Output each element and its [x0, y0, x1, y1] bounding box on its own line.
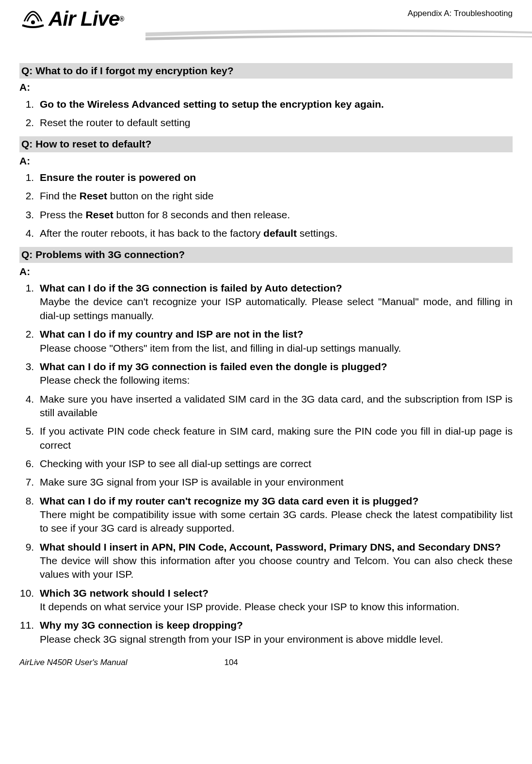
answer-label: A: [19, 81, 513, 94]
appendix-label: Appendix A: Troubleshooting [408, 5, 513, 18]
list-item: Find the Reset button on the right side [37, 189, 513, 203]
list-item: What can I do if my country and ISP are … [37, 327, 513, 355]
page-header: Air Live® Appendix A: Troubleshooting [19, 0, 513, 49]
item-head: What can I do if my 3G connection is fai… [40, 361, 387, 372]
question-heading: Q: What to do if I forgot my encryption … [19, 63, 513, 79]
page-footer: AirLive N450R User's Manual 104 [19, 658, 513, 667]
list-item: Press the Reset button for 8 seconds and… [37, 208, 513, 222]
list-item: What should I insert in APN, PIN Code, A… [37, 540, 513, 582]
item-post: settings. [297, 228, 338, 239]
item-desc: There might be compatibility issue with … [40, 508, 513, 536]
wifi-icon [19, 5, 47, 33]
answer-list: Go to the Wireless Advanced setting to s… [19, 98, 513, 130]
item-text: Go to the Wireless Advanced setting to s… [40, 98, 384, 110]
item-head: What can I do if my country and ISP are … [40, 328, 303, 340]
list-item: If you activate PIN code check feature i… [37, 424, 513, 452]
list-item: Go to the Wireless Advanced setting to s… [37, 98, 513, 111]
answer-label: A: [19, 265, 513, 278]
registered-mark: ® [119, 15, 124, 23]
item-text: Reset the router to default setting [40, 117, 191, 128]
list-item: Make sure you have inserted a validated … [37, 392, 513, 420]
item-bold: Reset [86, 209, 113, 220]
list-item: After the router reboots, it has back to… [37, 227, 513, 240]
item-pre: Press the [40, 209, 86, 220]
brand-logo: Air Live® [19, 5, 124, 33]
list-item: What can I do if my router can't recogni… [37, 494, 513, 536]
manual-title: AirLive N450R User's Manual [19, 658, 127, 667]
item-bold: Reset [80, 190, 107, 201]
header-swoosh [145, 27, 513, 48]
item-text: Checking with your ISP to see all dial-u… [40, 458, 311, 469]
item-desc: The device will show this information af… [40, 554, 513, 582]
item-text: Ensure the router is powered on [40, 172, 196, 183]
item-text: Make sure 3G signal from your ISP is ava… [40, 476, 343, 488]
list-item: Why my 3G connection is keep dropping?Pl… [37, 618, 513, 646]
page-number: 104 [224, 658, 238, 667]
item-head: Which 3G network should I select? [40, 587, 209, 599]
list-item: What can I do if the 3G connection is fa… [37, 281, 513, 323]
document-page: Air Live® Appendix A: Troubleshooting Q:… [0, 0, 532, 677]
item-desc: Please check 3G signal strength from you… [40, 633, 513, 646]
question-heading: Q: Problems with 3G connection? [19, 247, 513, 262]
list-item: Ensure the router is powered on [37, 171, 513, 184]
item-post: button on the right side [107, 190, 214, 201]
item-head: What can I do if my router can't recogni… [40, 495, 419, 506]
list-item: Reset the router to default setting [37, 116, 513, 130]
item-text: If you activate PIN code check feature i… [40, 425, 513, 450]
answer-list: What can I do if the 3G connection is fa… [19, 281, 513, 646]
list-item: Checking with your ISP to see all dial-u… [37, 457, 513, 471]
item-desc: Maybe the device can't recognize your IS… [40, 295, 513, 323]
svg-point-0 [31, 20, 35, 24]
item-desc: It depends on what service your ISP prov… [40, 600, 513, 614]
content-body: Q: What to do if I forgot my encryption … [19, 63, 513, 646]
item-post: button for 8 seconds and then release. [113, 209, 290, 220]
item-desc: Please choose "Others" item from the lis… [40, 341, 513, 355]
list-item: Which 3G network should I select?It depe… [37, 586, 513, 614]
item-text: Make sure you have inserted a validated … [40, 393, 513, 418]
question-heading: Q: How to reset to default? [19, 136, 513, 152]
item-pre: Find the [40, 190, 80, 201]
answer-label: A: [19, 154, 513, 168]
item-pre: After the router reboots, it has back to… [40, 228, 263, 239]
list-item: Make sure 3G signal from your ISP is ava… [37, 475, 513, 489]
item-desc: Please check the following items: [40, 374, 513, 387]
list-item: What can I do if my 3G connection is fai… [37, 360, 513, 388]
answer-list: Ensure the router is powered on Find the… [19, 171, 513, 240]
logo-text: Air Live [48, 7, 119, 31]
item-head: What can I do if the 3G connection is fa… [40, 282, 342, 293]
item-bold: default [263, 228, 297, 239]
item-head: Why my 3G connection is keep dropping? [40, 619, 243, 631]
item-head: What should I insert in APN, PIN Code, A… [40, 541, 501, 553]
